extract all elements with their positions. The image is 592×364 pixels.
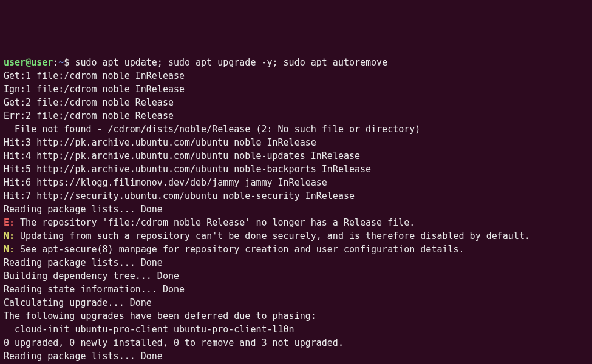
error-line: E: The repository 'file:/cdrom noble Rel… [4, 216, 588, 229]
notice-text: See apt-secure(8) manpage for repository… [15, 244, 464, 255]
output-line: Get:2 file:/cdrom noble Release [4, 96, 588, 109]
output-line: Ign:1 file:/cdrom noble InRelease [4, 83, 588, 96]
prompt-line-1: user@user:~$ sudo apt update; sudo apt u… [4, 56, 588, 69]
output-line: Building dependency tree... Done [4, 269, 588, 283]
output-line: Get:1 file:/cdrom noble InRelease [4, 69, 588, 83]
prompt-user: user [4, 57, 26, 68]
prompt-path: ~ [58, 57, 64, 68]
error-prefix: E: [4, 217, 15, 228]
output-line: Reading package lists... Done [4, 203, 588, 216]
output-line: Hit:4 http://pk.archive.ubuntu.com/ubunt… [4, 149, 588, 163]
output-line: Hit:7 http://security.ubuntu.com/ubuntu … [4, 189, 588, 203]
output-line: Reading package lists... Done [4, 349, 588, 363]
prompt-at: @ [26, 57, 31, 68]
command-1: sudo apt update; sudo apt upgrade -y; su… [75, 57, 387, 68]
prompt-colon: : [53, 57, 58, 68]
output-line: Calculating upgrade... Done [4, 296, 588, 309]
output-line: Reading state information... Done [4, 283, 588, 296]
notice-prefix: N: [4, 244, 15, 255]
prompt-host: user [31, 57, 53, 68]
output-line: cloud-init ubuntu-pro-client ubuntu-pro-… [4, 323, 588, 336]
output-line: Reading package lists... Done [4, 256, 588, 269]
notice-line: N: See apt-secure(8) manpage for reposit… [4, 243, 588, 256]
output-line: The following upgrades have been deferre… [4, 309, 588, 323]
output-line: Hit:5 http://pk.archive.ubuntu.com/ubunt… [4, 163, 588, 176]
notice-line: N: Updating from such a repository can't… [4, 229, 588, 243]
output-line: Err:2 file:/cdrom noble Release [4, 109, 588, 123]
output-line: 0 upgraded, 0 newly installed, 0 to remo… [4, 336, 588, 349]
output-line: Hit:3 http://pk.archive.ubuntu.com/ubunt… [4, 136, 588, 149]
output-line: File not found - /cdrom/dists/noble/Rele… [4, 123, 588, 136]
notice-text: Updating from such a repository can't be… [15, 231, 530, 241]
notice-prefix: N: [4, 231, 15, 241]
terminal[interactable]: user@user:~$ sudo apt update; sudo apt u… [4, 56, 588, 364]
error-text: The repository 'file:/cdrom noble Releas… [15, 217, 415, 228]
output-line: Hit:6 https://klogg.filimonov.dev/deb/ja… [4, 176, 588, 189]
